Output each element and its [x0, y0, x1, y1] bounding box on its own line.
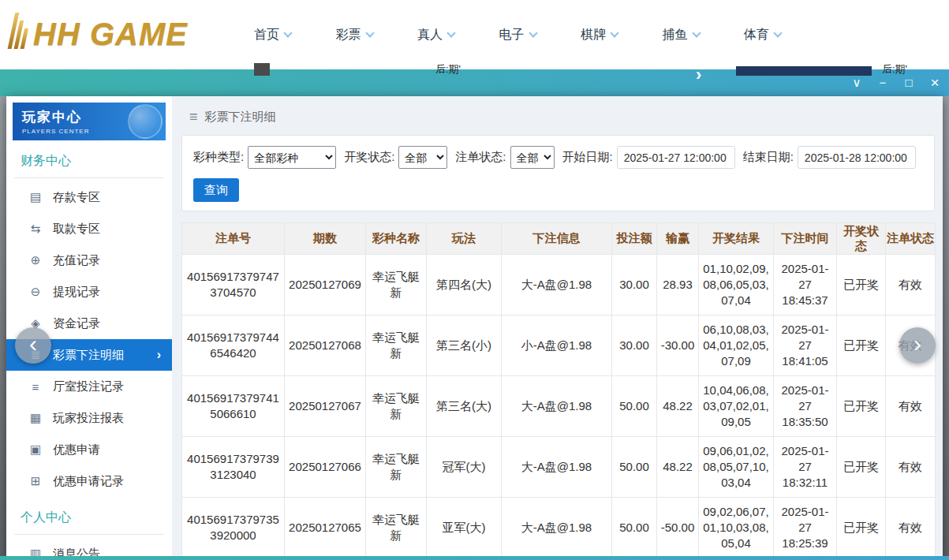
col-header-draw-status: 开奖状态 [837, 223, 886, 255]
cell-bet-info: 大-A盘@1.98 [502, 255, 612, 315]
recharge-record-icon: ⊕ [28, 253, 43, 267]
cell-draw-status: 已开奖 [837, 315, 886, 376]
sidebar-item-label: 提现记录 [53, 285, 100, 300]
logo-text: HH GAME [33, 17, 188, 52]
chevron-down-icon [365, 28, 374, 37]
sidebar-item-label: 优惠申请 [53, 442, 100, 457]
cell-lottery-name: 幸运飞艇新 [366, 376, 427, 437]
cell-bet-time: 2025-01-27 18:45:37 [774, 255, 837, 315]
chevron-down-icon [610, 28, 618, 37]
filter-panel: 彩种类型: 全部彩种 开奖状态: 全部 注单状态: 全部 开始日期: 结束日期:… [181, 135, 935, 211]
cell-play-type: 第三名(小) [427, 315, 502, 376]
end-date-input[interactable] [798, 146, 916, 169]
sidebar-item-label: 充值记录 [53, 253, 100, 268]
site-header: HH GAME 首页 彩票 真人 电子 棋牌 捕鱼 体育 [0, 0, 949, 69]
cell-play-type: 冠军(大) [427, 437, 502, 498]
section-finance-center: 财务中心 [14, 148, 164, 178]
draw-status-select[interactable]: 全部 [398, 146, 447, 169]
col-header-lottery-name: 彩种名称 [366, 223, 427, 255]
sidebar-item-promo-application[interactable]: ▣ 优惠申请 [6, 434, 172, 465]
chevron-down-icon [773, 28, 782, 37]
col-header-issue: 期数 [285, 223, 366, 255]
chevron-down-icon [446, 28, 455, 37]
window-controls: ∨ − □ × [850, 77, 941, 89]
bet-report-icon: ▦ [28, 411, 43, 425]
cell-draw-result: 09,06,01,02,08,05,07,10,03,04 [699, 437, 774, 498]
nav-item-chess[interactable]: 棋牌 [581, 27, 618, 43]
cell-order-status: 有效 [886, 498, 936, 558]
withdraw-icon: ⇆ [28, 222, 43, 236]
cell-win-loss: 48.22 [657, 437, 699, 498]
table-row: 401569173797353920000 20250127065 幸运飞艇新 … [182, 498, 936, 558]
order-status-select[interactable]: 全部 [510, 146, 555, 169]
sidebar-item-label: 彩票下注明细 [53, 348, 124, 363]
sidebar-item-label: 玩家投注报表 [53, 411, 124, 426]
sidebar-item-recharge-records[interactable]: ⊕ 充值记录 [6, 245, 172, 276]
nav-label: 真人 [417, 27, 443, 43]
nav-label: 体育 [744, 27, 769, 43]
hamburger-menu-icon[interactable]: ≡ [189, 109, 198, 125]
site-logo: HH GAME [11, 13, 188, 52]
cell-issue: 20250127068 [285, 315, 366, 376]
cell-bet-info: 大-A盘@1.98 [502, 498, 612, 558]
logo-bars-icon [7, 13, 32, 52]
cell-order-number: 401569173797473704570 [182, 255, 285, 315]
cell-bet-info: 大-A盘@1.98 [502, 376, 612, 437]
col-header-draw-result: 开奖结果 [699, 223, 774, 255]
close-window-icon[interactable]: × [928, 77, 941, 89]
modal-title-bar: › ∨ − □ × [0, 69, 949, 96]
start-date-input[interactable] [617, 146, 735, 169]
cell-order-number: 401569173797393123040 [182, 437, 285, 498]
cell-draw-result: 01,10,02,09,08,06,05,03,07,04 [699, 255, 774, 315]
main-content: ≡ 彩票下注明细 彩种类型: 全部彩种 开奖状态: 全部 注单状态: 全部 开始… [172, 96, 943, 560]
carousel-left-arrow[interactable]: ‹ [15, 327, 51, 364]
cell-win-loss: -30.00 [657, 315, 699, 376]
sidebar-item-label: 取款专区 [53, 222, 100, 237]
sidebar-item-withdraw-zone[interactable]: ⇆ 取款专区 [6, 213, 172, 245]
room-bet-record-icon: ≡ [28, 380, 43, 394]
cell-play-type: 第四名(大) [427, 255, 502, 315]
minimize-window-icon[interactable]: − [876, 77, 889, 89]
cell-bet-info: 大-A盘@1.98 [502, 437, 612, 498]
cell-draw-status: 已开奖 [837, 437, 886, 498]
col-header-bet-info: 下注信息 [502, 223, 612, 255]
sidebar-item-room-bet-records[interactable]: ≡ 厅室投注记录 [6, 371, 172, 402]
player-center-window: 玩家中心 PLAYERS CENTER 财务中心 ▤ 存款专区 ⇆ 取款专区 ⊕… [6, 96, 943, 560]
sidebar-item-player-bet-report[interactable]: ▦ 玩家投注报表 [6, 402, 172, 434]
cell-play-type: 第三名(大) [427, 376, 502, 437]
cell-draw-result: 06,10,08,03,04,01,02,05,07,09 [699, 315, 774, 376]
collapse-window-icon[interactable]: ∨ [850, 77, 863, 89]
cell-lottery-name: 幸运飞艇新 [366, 437, 427, 498]
sidebar-item-withdrawal-records[interactable]: ⊖ 提现记录 [6, 276, 172, 308]
search-button[interactable]: 查询 [193, 178, 239, 202]
col-header-bet-time: 下注时间 [774, 223, 837, 255]
withdrawal-record-icon: ⊖ [28, 285, 43, 299]
maximize-window-icon[interactable]: □ [902, 77, 915, 89]
cell-bet-amount: 50.00 [612, 437, 657, 498]
cell-draw-status: 已开奖 [837, 255, 886, 315]
active-item-arrow-icon: › [157, 348, 161, 362]
col-header-order-status: 注单状态 [886, 223, 936, 255]
promo-application-icon: ▣ [28, 442, 43, 457]
sidebar-item-promo-application-records[interactable]: ⊞ 优惠申请记录 [6, 465, 172, 497]
cell-order-status: 有效 [886, 255, 936, 315]
filter-row: 彩种类型: 全部彩种 开奖状态: 全部 注单状态: 全部 开始日期: 结束日期: [193, 146, 925, 169]
cell-lottery-name: 幸运飞艇新 [366, 255, 427, 315]
cell-draw-status: 已开奖 [837, 498, 886, 558]
nav-item-home[interactable]: 首页 [254, 27, 291, 43]
cell-bet-time: 2025-01-27 18:35:50 [774, 376, 837, 437]
carousel-right-arrow[interactable]: › [899, 327, 936, 364]
cell-bet-amount: 30.00 [612, 255, 657, 315]
cell-bet-amount: 30.00 [612, 315, 657, 376]
bet-details-table: 注单号 期数 彩种名称 玩法 下注信息 投注额 输赢 开奖结果 下注时间 开奖状… [181, 222, 936, 558]
nav-item-fishing[interactable]: 捕鱼 [663, 27, 700, 43]
sidebar-item-deposit-zone[interactable]: ▤ 存款专区 [6, 181, 172, 213]
nav-item-live[interactable]: 真人 [417, 27, 454, 43]
nav-item-electronic[interactable]: 电子 [499, 27, 536, 43]
nav-item-sports[interactable]: 体育 [744, 27, 781, 43]
lottery-type-select[interactable]: 全部彩种 [248, 146, 336, 169]
nav-item-lottery[interactable]: 彩票 [336, 27, 373, 43]
col-header-win-loss: 输赢 [657, 223, 699, 255]
nav-label: 首页 [254, 27, 279, 43]
chevron-down-icon [529, 28, 537, 37]
